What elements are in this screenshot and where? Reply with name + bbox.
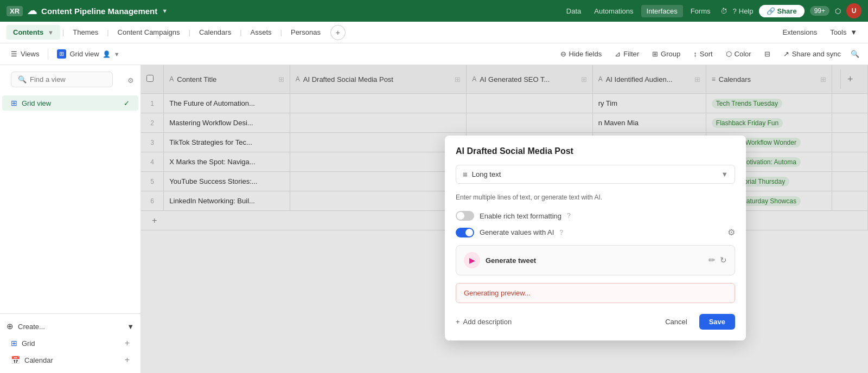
row-height-icon: ⊟ [764,50,770,58]
generate-ai-settings-icon[interactable]: ⚙ [727,227,735,237]
group-button[interactable]: ⊞ Group [647,48,686,60]
notification-badge[interactable]: 99+ [810,6,829,16]
app-dropdown-icon[interactable]: ▼ [162,8,168,14]
check-icon: ✓ [124,99,130,107]
share-sync-button[interactable]: ↗ Share and sync [778,48,846,60]
share-icon: 🔗 [767,7,775,15]
type-chevron-icon[interactable]: ▼ [721,170,728,178]
tab-calendars[interactable]: Calendars [193,25,238,40]
tab-personas[interactable]: Personas [284,25,327,40]
modal-title: AI Drafted Social Media Post [456,146,735,156]
sidebar-search-row: 🔍 ⚙ [0,69,141,92]
tools-button[interactable]: Tools ▼ [826,26,861,38]
color-button[interactable]: ⬡ Color [720,48,757,60]
add-description-button[interactable]: + Add description [456,318,512,326]
find-view-input[interactable] [30,75,106,83]
sidebar-grid-item[interactable]: ⊞ Grid + [2,335,138,351]
nav-data[interactable]: Data [561,5,586,17]
views-button[interactable]: ☰ Views [7,48,43,60]
xr-logo: XR [7,6,23,16]
generate-ai-row: Generate values with AI ? ⚙ [456,227,735,237]
cancel-button[interactable]: Cancel [659,314,693,329]
person-icon: 👤 [103,50,111,58]
extension-icon[interactable]: ⬡ [835,7,841,15]
field-type-selector[interactable]: ≡ Long text ▼ [456,165,735,184]
refresh-tweet-button[interactable]: ↻ [720,255,727,265]
add-calendar-icon[interactable]: + [125,355,130,365]
grid-small-icon: ⊞ [11,339,17,348]
generate-tweet-label: Generate tweet [486,256,703,265]
user-avatar[interactable]: U [846,3,861,18]
calendar-icon: 📅 [11,356,20,364]
nav-interfaces[interactable]: Interfaces [641,5,683,17]
generate-ai-help-icon[interactable]: ? [559,229,563,236]
extensions-button[interactable]: Extensions [778,26,822,38]
preview-box: Generating preview... [456,283,735,303]
nav-separator-1: | [61,28,65,36]
cloud-icon: ☁ [27,5,37,17]
create-section[interactable]: ⊕ Create... ▼ [0,318,141,335]
tweet-icon: ▶ [464,252,480,268]
search-icon: 🔍 [18,75,27,83]
tweet-actions: ✏ ↻ [709,255,727,265]
grid-view-button[interactable]: ⊞ Grid view 👤 ▼ [53,47,124,61]
field-type-label: Long text [472,170,501,178]
table-toolbar: ☰ Views ⊞ Grid view 👤 ▼ ⊖ Hide fields ⊿ … [0,43,868,65]
tab-assets[interactable]: Assets [244,25,278,40]
row-height-button[interactable]: ⊟ [759,48,776,60]
more-tabs-button[interactable]: + [330,25,346,40]
hide-fields-button[interactable]: ⊖ Hide fields [555,48,608,60]
nav-forms[interactable]: Forms [685,5,716,17]
rich-text-help-icon[interactable]: ? [567,212,571,220]
rich-text-option-row: Enable rich text formatting ? [456,211,735,221]
nav-separator-5: | [279,28,283,36]
field-editor-modal: AI Drafted Social Media Post ≡ Long text… [445,136,746,340]
sidebar-spacer [0,111,141,313]
tools-dropdown-icon: ▼ [850,28,857,36]
nav-right-actions: ⏱ ? Help 🔗 Share 99+ ⬡ U [720,3,861,18]
generate-tweet-box: ▶ Generate tweet ✏ ↻ [456,245,735,275]
sort-icon: ↕ [693,50,697,58]
sort-button[interactable]: ↕ Sort [688,48,718,60]
share-button[interactable]: 🔗 Share [759,5,805,17]
help-button[interactable]: ? Help [733,7,754,15]
add-grid-icon[interactable]: + [125,338,130,348]
hide-icon: ⊖ [560,50,566,58]
toolbar-right-group: ⊖ Hide fields ⊿ Filter ⊞ Group ↕ Sort ⬡ … [555,48,862,60]
history-icon[interactable]: ⏱ [720,7,727,15]
nav-separator-3: | [188,28,192,36]
nav-separator-4: | [239,28,242,36]
contents-dropdown-icon[interactable]: ▼ [48,29,54,36]
edit-tweet-button[interactable]: ✏ [709,255,716,265]
preview-text: Generating preview... [464,289,727,297]
filter-button[interactable]: ⊿ Filter [609,48,644,60]
toolbar-divider [48,49,48,60]
grid-view-dropdown-icon[interactable]: ▼ [114,51,120,57]
sidebar-item-grid-view[interactable]: ⊞ Grid view ✓ [2,95,138,111]
color-icon: ⬡ [726,50,732,58]
help-circle-icon: ? [733,7,737,15]
toolbar-left-group: ☰ Views ⊞ Grid view 👤 ▼ [7,47,124,61]
generate-ai-toggle[interactable] [456,228,474,237]
grid-view-icon: ⊞ [11,99,17,107]
plus-icon: + [456,318,460,326]
nav-automations[interactable]: Automations [589,5,639,17]
table-area: A Content Title ⊞ A AI Drafted Social Me… [141,65,868,373]
tab-themes[interactable]: Themes [66,25,105,40]
save-button[interactable]: Save [699,314,735,330]
tab-content-campaigns[interactable]: Content Campaigns [111,25,187,40]
field-description: Enter multiple lines of text, or generat… [456,192,735,202]
main-nav: Data Automations Interfaces Forms [561,5,716,17]
create-chevron-icon: ▼ [127,323,134,331]
search-icon[interactable]: 🔍 [848,48,861,60]
tab-contents[interactable]: Contents ▼ [7,25,60,40]
second-nav-right: Extensions Tools ▼ [778,26,861,38]
modal-footer: + Add description Cancel Save [456,312,735,330]
filter-icon: ⊿ [615,50,621,58]
sidebar-calendar-item[interactable]: 📅 Calendar + [2,352,138,368]
sidebar-gear-icon[interactable]: ⚙ [127,76,134,85]
rich-text-toggle[interactable] [456,211,474,221]
logo-area: XR ☁ Content Pipeline Management ▼ [7,5,557,17]
sidebar-search-container: 🔍 [11,72,113,87]
app-title: Content Pipeline Management [41,7,157,16]
